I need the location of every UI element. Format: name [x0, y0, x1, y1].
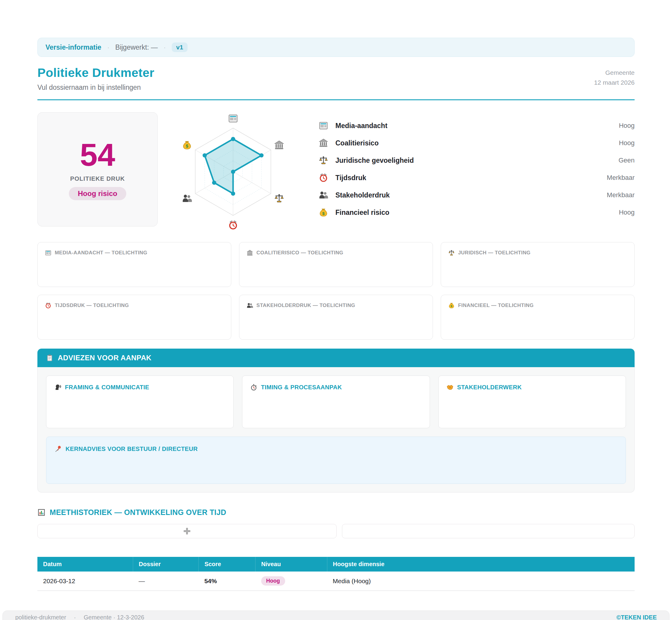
handshake-icon: [447, 383, 454, 391]
advies-framing[interactable]: FRAMING & COMMUNICATIE: [46, 375, 234, 428]
version-badge: v1: [172, 43, 188, 52]
alarm-clock-icon: [319, 173, 328, 183]
bank-icon: [247, 250, 253, 256]
bar-chart-icon: [37, 508, 46, 516]
radar-grid: [167, 112, 299, 230]
historiek-title: MEETHISTORIEK — ONTWIKKELING OVER TIJD: [50, 508, 226, 517]
legend-row: Coalitierisico Hoog: [319, 134, 635, 152]
advies-card-title: FRAMING & COMMUNICATIE: [65, 384, 149, 391]
version-info-bar: Versie-informatie · Bijgewerkt: — · v1: [37, 38, 635, 57]
toelichting-coalitie[interactable]: COALITIERISICO — TOELICHTING: [239, 242, 433, 287]
toelichting-title: COALITIERISICO — TOELICHTING: [256, 250, 343, 256]
historiek-table: Datum Dossier Score Niveau Hoogste dimen…: [37, 557, 635, 591]
legend-level: Geen: [618, 156, 635, 164]
money-bag-icon: $: [182, 140, 192, 150]
kernadvies-title: KERNADVIES VOOR BESTUUR / DIRECTEUR: [65, 446, 198, 453]
table-header-row: Datum Dossier Score Niveau Hoogste dimen…: [37, 557, 635, 572]
legend-row: Stakeholderdruk Merkbaar: [319, 187, 635, 204]
alarm-clock-icon: [45, 302, 51, 309]
legend-row: Tijdsdruk Merkbaar: [319, 169, 635, 187]
people-icon: [182, 193, 192, 203]
footer-context: Gemeente · 12-3-2026: [84, 614, 144, 620]
historiek-heading: MEETHISTORIEK — ONTWIKKELING OVER TIJD: [37, 508, 635, 517]
cell-niveau: Hoog: [256, 572, 327, 591]
legend-level: Merkbaar: [607, 174, 635, 182]
column-header-score: Score: [199, 557, 256, 572]
page-title: Politieke Drukmeter: [37, 66, 154, 80]
date-label: 12 maart 2026: [594, 78, 635, 87]
newspaper-icon: [228, 113, 238, 123]
legend-label: Financieel risico: [335, 209, 389, 217]
historiek-add-box: [37, 524, 337, 538]
cell-datum: 2026-03-12: [37, 572, 133, 591]
stopwatch-icon: [250, 383, 257, 391]
toelichting-title: MEDIA-AANDACHT — TOELICHTING: [55, 250, 147, 256]
column-header-niveau: Niveau: [256, 557, 327, 572]
historiek-controls: [37, 524, 635, 538]
footer-app-name: politieke-drukmeter: [15, 614, 66, 620]
toelichting-title: TIJDSDRUK — TOELICHTING: [55, 303, 129, 309]
advies-card-title: TIMING & PROCESAANPAK: [261, 384, 342, 391]
legend-level: Hoog: [619, 122, 635, 130]
people-icon: [247, 302, 253, 309]
toelichting-juridisch[interactable]: JURIDISCH — TOELICHTING: [441, 242, 635, 287]
column-header-dossier: Dossier: [133, 557, 199, 572]
svg-text:$: $: [322, 211, 325, 216]
money-bag-icon: $: [448, 302, 455, 309]
footer-bar: politieke-drukmeter · Gemeente · 12-3-20…: [2, 610, 670, 620]
scales-icon: [319, 156, 328, 165]
bank-icon: [274, 140, 284, 150]
column-header-hoogste-dimensie: Hoogste dimensie: [327, 557, 635, 572]
toelichting-title: JURIDISCH — TOELICHTING: [458, 250, 530, 256]
toelichting-title: FINANCIEEL — TOELICHTING: [458, 303, 534, 309]
svg-text:$: $: [186, 144, 188, 148]
separator-dot: ·: [74, 614, 76, 620]
legend-label: Stakeholderdruk: [335, 191, 390, 199]
toelichting-stakeholder[interactable]: STAKEHOLDERDRUK — TOELICHTING: [239, 295, 433, 340]
adviezen-title: ADVIEZEN VOOR AANPAK: [58, 354, 151, 362]
scales-icon: [274, 193, 284, 203]
pressure-overview: 54 POLITIEKE DRUK Hoog risico $ Media-aa…: [37, 112, 635, 230]
cell-dossier: —: [133, 572, 199, 591]
page-subtitle: Vul dossiernaam in bij instellingen: [37, 84, 154, 92]
footer-credit: ©TEKEN IDEE: [616, 614, 657, 620]
toelichting-tijdsdruk[interactable]: TIJDSDRUK — TOELICHTING: [37, 295, 231, 340]
scales-icon: [448, 250, 455, 256]
legend-level: Merkbaar: [607, 191, 635, 199]
risk-level-badge: Hoog risico: [69, 187, 126, 200]
header-titles: Politieke Drukmeter Vul dossiernaam in b…: [37, 66, 154, 92]
advies-stakeholderwerk[interactable]: STAKEHOLDERWERK: [438, 375, 626, 428]
column-header-datum: Datum: [37, 557, 133, 572]
kernadvies-box[interactable]: KERNADVIES VOOR BESTUUR / DIRECTEUR: [46, 436, 626, 484]
cell-hoogste-dimensie: Media (Hoog): [327, 572, 635, 591]
toelichting-financieel[interactable]: $ FINANCIEEL — TOELICHTING: [441, 295, 635, 340]
legend-level: Hoog: [619, 209, 635, 216]
legend-row: Media-aandacht Hoog: [319, 117, 635, 134]
newspaper-icon: [319, 121, 328, 131]
pushpin-icon: [55, 445, 62, 453]
niveau-badge: Hoog: [261, 576, 285, 585]
money-bag-icon: $: [319, 208, 328, 217]
legend-label: Tijdsdruk: [335, 174, 366, 182]
separator-dot: ·: [164, 44, 166, 51]
historiek-empty-box: [342, 524, 635, 538]
cell-score: 54%: [199, 572, 256, 591]
toelichting-media[interactable]: MEDIA-AANDACHT — TOELICHTING: [37, 242, 231, 287]
legend-row: Juridische gevoeligheid Geen: [319, 152, 635, 169]
add-measurement-button[interactable]: [183, 527, 192, 535]
svg-text:$: $: [451, 305, 452, 308]
adviezen-section: ADVIEZEN VOOR AANPAK FRAMING & COMMUNICA…: [37, 349, 635, 493]
clipboard-icon: [46, 354, 54, 362]
header: Politieke Drukmeter Vul dossiernaam in b…: [37, 66, 635, 100]
toelichting-grid: MEDIA-AANDACHT — TOELICHTING COALITIERIS…: [37, 242, 635, 340]
newspaper-icon: [45, 250, 51, 256]
advies-timing[interactable]: TIMING & PROCESAANPAK: [242, 375, 430, 428]
people-icon: [319, 190, 328, 200]
alarm-clock-icon: [228, 220, 238, 230]
table-row: 2026-03-12 — 54% Hoog Media (Hoog): [37, 572, 635, 591]
legend-row: $ Financieel risico Hoog: [319, 204, 635, 221]
speaking-head-icon: [54, 383, 61, 391]
legend-label: Coalitierisico: [335, 139, 378, 147]
toelichting-title: STAKEHOLDERDRUK — TOELICHTING: [256, 303, 355, 309]
updated-label: Bijgewerkt: —: [115, 43, 158, 51]
